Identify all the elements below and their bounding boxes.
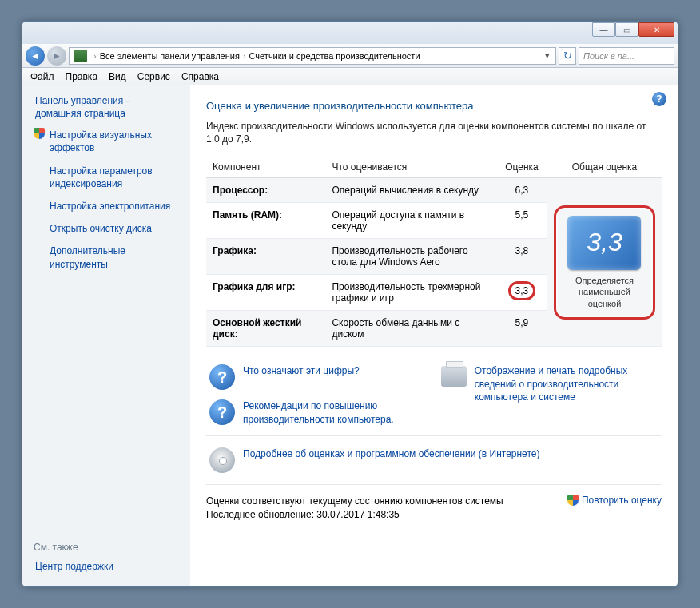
col-what: Что оценивается [325, 157, 495, 178]
shield-icon [34, 128, 45, 139]
status-row: Оценки соответствуют текущему состоянию … [206, 495, 662, 523]
menu-file[interactable]: Файл [30, 71, 54, 82]
cell-what: Производительность трехмерной графики и … [325, 275, 495, 311]
close-button[interactable]: ✕ [638, 22, 674, 37]
more-row: Подробнее об оценках и программном обесп… [206, 436, 662, 485]
overall-score-badge: 3,3 [567, 216, 641, 270]
cell-score: 5,9 [496, 311, 547, 347]
cell-what: Производительность рабочего стола для Wi… [325, 239, 495, 275]
disc-icon [209, 447, 235, 473]
cell-score: 5,5 [496, 203, 547, 239]
printer-icon [441, 366, 467, 387]
menubar: Файл Правка Вид Сервис Справка [22, 68, 678, 85]
control-panel-home-link[interactable]: Панель управления -домашняя страница [34, 93, 181, 121]
cell-score: 6,3 [496, 178, 547, 203]
page-description: Индекс производительности Windows исполь… [206, 120, 662, 145]
menu-view[interactable]: Вид [109, 71, 126, 82]
sidebar-disk-cleanup[interactable]: Открыть очистку диска [48, 220, 152, 237]
sidebar-additional-tools[interactable]: Дополнительные инструменты [48, 242, 181, 272]
question-icon: ? [209, 399, 235, 425]
breadcrumb-dropdown-icon[interactable]: ▾ [541, 50, 554, 61]
content: ? Оценка и увеличение производительности… [190, 85, 678, 586]
col-overall: Общая оценка [547, 157, 662, 178]
sidebar-visual-effects[interactable]: Настройка визуальных эффектов [48, 126, 181, 157]
tips-link[interactable]: Рекомендации по повышению производительн… [243, 399, 425, 425]
rerun-assessment-link[interactable]: Повторить оценку [567, 495, 662, 506]
cell-component: Процессор: [206, 178, 325, 203]
sidebar: Панель управления -домашняя страница Нас… [22, 85, 190, 586]
menu-edit[interactable]: Правка [66, 71, 98, 82]
score-table: Компонент Что оценивается Оценка Общая о… [206, 157, 662, 347]
breadcrumb[interactable]: › Все элементы панели управления › Счетч… [69, 47, 556, 65]
action-center-link[interactable]: Центр поддержки [34, 558, 113, 575]
breadcrumb-item[interactable]: Счетчики и средства производительности [249, 51, 420, 61]
body: Панель управления -домашняя страница Нас… [22, 85, 678, 586]
control-panel-icon [74, 50, 87, 62]
sidebar-indexing[interactable]: Настройка параметров индексирования [48, 162, 181, 193]
navbar: ◄ ► › Все элементы панели управления › С… [22, 44, 678, 68]
see-also-label: См. также [34, 542, 113, 553]
cell-what: Скорость обмена данными с диском [325, 311, 495, 347]
breadcrumb-sep: › [90, 51, 100, 61]
print-details-link[interactable]: Отображение и печать подробных сведений … [475, 364, 658, 425]
question-icon: ? [209, 364, 235, 390]
cell-component: Графика для игр: [206, 275, 325, 311]
cell-what: Операций вычисления в секунду [325, 178, 495, 203]
search-input[interactable]: Поиск в па... [579, 47, 674, 65]
maximize-button[interactable]: ▭ [615, 22, 638, 37]
cell-score: 3,3 [496, 275, 547, 311]
forward-button[interactable]: ► [47, 46, 66, 66]
status-text: Оценки соответствуют текущему состоянию … [206, 495, 503, 523]
col-score: Оценка [496, 157, 547, 178]
shield-icon [567, 495, 579, 506]
sidebar-power[interactable]: Настройка электропитания [48, 197, 170, 215]
cell-component: Память (RAM): [206, 203, 325, 239]
control-panel-window: — ▭ ✕ ◄ ► › Все элементы панели управлен… [22, 21, 678, 587]
learn-more-link[interactable]: Подробнее об оценках и программном обесп… [243, 447, 539, 473]
highlight-lowest-score: 3,3 [508, 281, 536, 300]
see-also: См. также Центр поддержки [34, 542, 113, 575]
breadcrumb-item[interactable]: Все элементы панели управления [100, 51, 240, 61]
highlight-overall: 3,3 Определяется наименьшей оценкой [554, 205, 655, 320]
table-row: Процессор: Операций вычисления в секунду… [206, 178, 662, 203]
cell-component: Основной жесткий диск: [206, 311, 325, 347]
menu-tools[interactable]: Сервис [137, 71, 170, 82]
cell-component: Графика: [206, 239, 325, 275]
titlebar[interactable]: — ▭ ✕ [22, 22, 678, 44]
minimize-button[interactable]: — [592, 22, 615, 37]
menu-help[interactable]: Справка [181, 71, 219, 82]
overall-score-label: Определяется наименьшей оценкой [564, 275, 645, 309]
cell-score: 3,8 [496, 239, 547, 275]
window-controls: — ▭ ✕ [592, 22, 674, 37]
overall-score-cell: 3,3 Определяется наименьшей оценкой [547, 178, 662, 347]
col-component: Компонент [206, 157, 325, 178]
cell-what: Операций доступа к памяти в секунду [325, 203, 495, 239]
page-title: Оценка и увеличение производительности к… [206, 100, 662, 112]
back-button[interactable]: ◄ [26, 46, 45, 66]
refresh-button[interactable]: ↻ [559, 47, 576, 65]
what-do-numbers-mean-link[interactable]: Что означают эти цифры? [243, 364, 360, 390]
links-row: ? Что означают эти цифры? ? Рекомендации… [206, 358, 662, 435]
breadcrumb-sep: › [240, 51, 249, 61]
help-icon[interactable]: ? [652, 92, 666, 106]
